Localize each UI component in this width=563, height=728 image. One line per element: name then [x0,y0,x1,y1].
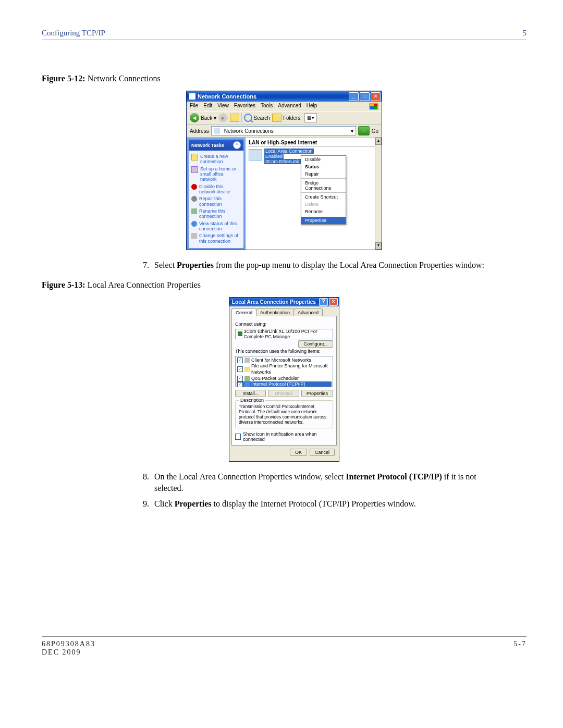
settings-icon [191,233,197,239]
lac-properties-dialog: Local Area Connection Properties ? × Gen… [229,297,339,462]
header-chapter-num: 5 [523,29,527,38]
menu-file[interactable]: File [190,103,198,110]
group-header: LAN or High-Speed Internet [249,140,378,147]
cancel-button[interactable]: Cancel [310,449,335,456]
back-button[interactable]: ◄Back ▾ [190,113,216,122]
install-button[interactable]: Install... [235,390,266,397]
menu-rename[interactable]: Rename [301,208,346,215]
task-view-status[interactable]: View status of this connection [191,221,241,232]
menu-advanced[interactable]: Advanced [278,103,301,110]
search-icon [244,114,252,122]
local-area-connection-item[interactable]: Local Area Connection Enabled 3Com Ether… [249,149,378,165]
menu-properties[interactable]: Properties [301,217,346,224]
scroll-up-icon[interactable]: ▲ [375,138,382,145]
connect-using-label: Connect using: [235,322,333,327]
search-button[interactable]: Search [244,114,270,122]
app-icon [189,93,195,100]
item-file-print[interactable]: File and Printer Sharing for Microsoft N… [237,363,332,375]
task-disable-device[interactable]: Disable this network device [191,184,241,195]
step-9: 9. Click Properties to display the Inter… [136,498,506,510]
menu-disable[interactable]: Disable [301,156,346,163]
go-button[interactable]: → [358,126,370,135]
titlebar[interactable]: Network Connections _ □ × [187,91,382,102]
forward-button[interactable]: ► [218,113,228,122]
checkbox-icon[interactable] [237,366,243,372]
folders-button[interactable]: Folders [272,114,300,122]
status-icon [191,221,197,227]
checkbox-icon[interactable] [237,357,243,363]
configure-button[interactable]: Configure... [298,340,333,348]
figure-12-caption: Figure 5-12: Network Connections [42,74,527,83]
close-button[interactable]: × [329,298,338,306]
tab-advanced[interactable]: Advanced [293,309,323,316]
task-create-connection[interactable]: Create a new connection [191,154,241,165]
tab-authentication[interactable]: Authentication [256,309,294,316]
page-footer: 68P09308A83 DEC 2009 5-7 [42,636,527,657]
checkbox-icon[interactable] [237,376,243,381]
maximize-button[interactable]: □ [360,92,370,101]
menubar: File Edit View Favorites Tools Advanced … [187,102,382,111]
items-listbox[interactable]: Client for Microsoft Networks File and P… [235,356,333,387]
network-connections-window: Network Connections _ □ × File Edit View… [186,91,382,250]
header-title: Configuring TCP/IP [42,29,105,38]
tasks-sidebar: Network Tasks⌃ Create a new connection S… [187,138,246,250]
dialog-title: Local Area Connection Properties [232,299,316,305]
task-change-settings[interactable]: Change settings of this connection [191,233,241,244]
network-tasks-header[interactable]: Network Tasks⌃ [189,140,243,151]
address-bar: Address Network Connections▾ → Go [187,125,382,138]
figure-13-caption: Figure 5-13: Local Area Connection Prope… [42,280,527,290]
tab-strip: General Authentication Advanced [231,309,337,316]
menu-repair[interactable]: Repair [301,170,346,178]
scrollbar[interactable]: ▲ ▼ [375,138,382,250]
address-label: Address [190,128,209,134]
location-icon [214,128,220,134]
content-pane[interactable]: LAN or High-Speed Internet Local Area Co… [246,138,382,250]
task-rename[interactable]: Rename this connection [191,208,241,219]
page-header: Configuring TCP/IP 5 [42,29,527,40]
repair-icon [191,196,197,202]
ok-button[interactable]: OK [290,449,307,456]
properties-button[interactable]: Properties [301,390,333,397]
tab-general[interactable]: General [231,309,256,316]
footer-left: 68P09308A83 DEC 2009 [42,640,95,657]
task-repair[interactable]: Repair this connection [191,196,241,207]
minimize-button[interactable]: _ [349,92,359,101]
show-icon-checkbox[interactable]: Show icon in notification area when conn… [235,431,333,442]
footer-page: 5-7 [513,640,527,657]
rename-icon [191,208,197,214]
protocol-icon [244,382,250,387]
menu-status[interactable]: Status [301,163,346,170]
connection-icon [249,149,262,161]
task-setup-network[interactable]: Set up a home or small office network [191,166,241,182]
menu-help[interactable]: Help [307,103,317,110]
context-menu: Disable Status Repair Bridge Connections… [301,155,346,225]
home-network-icon [191,166,198,173]
menu-tools[interactable]: Tools [261,103,273,110]
up-folder-icon[interactable] [230,114,239,122]
menu-bridge[interactable]: Bridge Connections [301,179,346,192]
dialog-titlebar[interactable]: Local Area Connection Properties ? × [229,298,339,306]
views-button[interactable]: ▦▾ [304,113,317,122]
item-tcpip[interactable]: Internet Protocol (TCP/IP) [237,381,332,387]
item-qos[interactable]: QoS Packet Scheduler [237,376,332,382]
disable-icon [191,184,197,190]
window-title: Network Connections [198,93,256,100]
address-input[interactable]: Network Connections▾ [211,126,356,135]
close-button[interactable]: × [371,92,381,101]
description-text: Transmission Control Protocol/Internet P… [239,404,329,425]
menu-shortcut[interactable]: Create Shortcut [301,193,346,201]
scroll-down-icon[interactable]: ▼ [375,242,382,250]
menu-edit[interactable]: Edit [203,103,212,110]
qos-icon [244,376,250,381]
collapse-icon[interactable]: ⌃ [233,141,241,149]
item-client[interactable]: Client for Microsoft Networks [237,357,332,364]
checkbox-icon[interactable] [237,382,243,387]
windows-logo-icon [369,103,378,110]
menu-view[interactable]: View [217,103,229,110]
uninstall-button: Uninstall [268,390,299,397]
checkbox-icon[interactable] [235,434,241,440]
help-button[interactable]: ? [319,298,328,306]
menu-delete: Delete [301,201,346,208]
menu-favorites[interactable]: Favorites [234,103,255,110]
step-7: 7. Select Properties from the pop-up men… [136,260,506,271]
